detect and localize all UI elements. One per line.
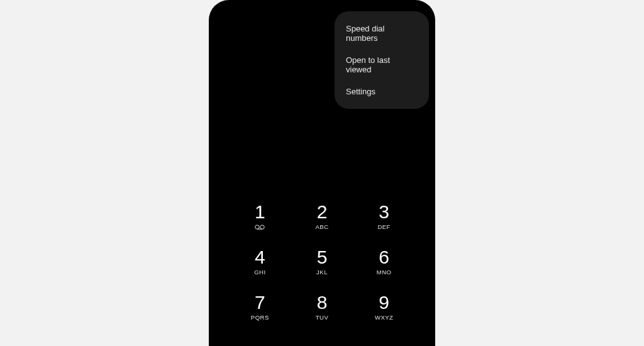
keypad-digit: 5 <box>317 248 328 267</box>
keypad-letters: TUV <box>316 314 329 321</box>
overflow-menu: Speed dial numbers Open to last viewed S… <box>335 11 429 109</box>
keypad-key-2[interactable]: 2 ABC <box>291 203 353 230</box>
keypad-digit: 2 <box>317 203 328 221</box>
keypad-key-5[interactable]: 5 JKL <box>291 248 353 276</box>
menu-item-open-last-viewed[interactable]: Open to last viewed <box>335 49 429 81</box>
keypad-letters: WXYZ <box>375 314 393 321</box>
phone-frame: Speed dial numbers Open to last viewed S… <box>209 0 435 346</box>
keypad-digit: 7 <box>255 293 265 312</box>
keypad-digit: 4 <box>255 248 265 267</box>
keypad-letters: ABC <box>315 223 328 230</box>
keypad-digit: 3 <box>379 203 389 221</box>
svg-point-0 <box>255 225 259 228</box>
menu-item-settings[interactable]: Settings <box>335 81 429 103</box>
keypad-digit: 9 <box>379 293 389 312</box>
keypad-key-1[interactable]: 1 <box>229 203 291 230</box>
menu-item-speed-dial[interactable]: Speed dial numbers <box>335 18 429 49</box>
keypad-letters: PQRS <box>251 314 269 321</box>
keypad-key-7[interactable]: 7 PQRS <box>229 293 291 321</box>
svg-point-1 <box>260 225 264 228</box>
keypad-digit: 8 <box>317 293 328 312</box>
keypad-letters: DEF <box>377 223 391 230</box>
dialer-keypad: 1 2 ABC 3 DEF 4 GHI 5 JKL <box>209 203 435 321</box>
keypad-digit: 1 <box>255 203 265 221</box>
keypad-key-4[interactable]: 4 GHI <box>229 248 291 276</box>
keypad-key-9[interactable]: 9 WXYZ <box>353 293 415 321</box>
keypad-letters: MNO <box>377 269 392 276</box>
keypad-letters: GHI <box>254 269 265 276</box>
keypad-letters: JKL <box>316 269 328 276</box>
keypad-key-6[interactable]: 6 MNO <box>353 248 415 276</box>
voicemail-icon <box>255 223 265 230</box>
keypad-digit: 6 <box>379 248 389 267</box>
keypad-key-3[interactable]: 3 DEF <box>353 203 415 230</box>
keypad-key-8[interactable]: 8 TUV <box>291 293 353 321</box>
